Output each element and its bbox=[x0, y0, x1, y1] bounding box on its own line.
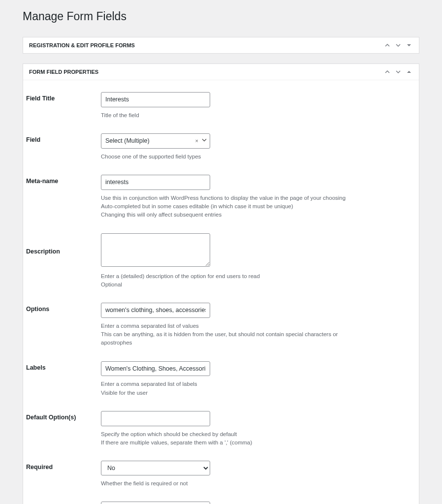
help-labels: Enter a comma separated list of labels V… bbox=[101, 380, 357, 397]
row-field: Field × Choose one of the supported fiel… bbox=[23, 133, 413, 161]
select-overwrite[interactable]: No bbox=[101, 502, 210, 504]
panel-header-properties[interactable]: Form Field Properties bbox=[23, 64, 419, 80]
row-overwrite: Overwrite Existing No Selecting 'Yes' wi… bbox=[23, 502, 413, 504]
row-required: Required No Whether the field is require… bbox=[23, 461, 413, 488]
clear-icon[interactable]: × bbox=[195, 138, 198, 144]
label-labels: Labels bbox=[23, 361, 101, 371]
label-default-options: Default Option(s) bbox=[23, 411, 101, 421]
panel-body: Field Title Title of the field Field × C… bbox=[23, 80, 419, 504]
help-description: Enter a (detailed) description of the op… bbox=[101, 272, 357, 289]
label-field: Field bbox=[23, 133, 101, 143]
caret-down-icon[interactable] bbox=[405, 41, 413, 49]
panel-header-registration[interactable]: Registration & Edit Profile Forms bbox=[23, 37, 419, 53]
panel-registration: Registration & Edit Profile Forms bbox=[23, 37, 419, 54]
label-required: Required bbox=[23, 461, 101, 471]
help-meta-name: Use this in conjunction with WordPress f… bbox=[101, 194, 357, 220]
panel-properties: Form Field Properties Field Title Title … bbox=[23, 63, 419, 504]
help-options: Enter a comma separated list of values T… bbox=[101, 322, 357, 347]
label-description: Description bbox=[23, 233, 101, 255]
help-required: Whether the field is required or not bbox=[101, 479, 357, 488]
page-title: Manage Form Fields bbox=[23, 10, 419, 23]
select-required[interactable]: No bbox=[101, 461, 210, 475]
select-field-type[interactable] bbox=[101, 133, 210, 149]
row-options: Options Enter a comma separated list of … bbox=[23, 303, 413, 347]
label-overwrite: Overwrite Existing bbox=[23, 502, 101, 504]
panel-title-registration: Registration & Edit Profile Forms bbox=[29, 42, 135, 48]
chevron-down-icon[interactable] bbox=[394, 41, 402, 49]
help-field-title: Title of the field bbox=[101, 111, 357, 120]
label-options: Options bbox=[23, 303, 101, 313]
row-labels: Labels Enter a comma separated list of l… bbox=[23, 361, 413, 397]
help-field: Choose one of the supported field types bbox=[101, 153, 357, 161]
caret-up-icon[interactable] bbox=[405, 68, 413, 76]
help-default-options: Specify the option which should be check… bbox=[101, 430, 357, 447]
row-meta-name: Meta-name Use this in conjunction with W… bbox=[23, 175, 413, 220]
row-default-options: Default Option(s) Specify the option whi… bbox=[23, 411, 413, 447]
chevron-up-icon[interactable] bbox=[383, 41, 391, 49]
input-options[interactable] bbox=[101, 303, 210, 318]
input-field-title[interactable] bbox=[101, 92, 210, 107]
label-field-title: Field Title bbox=[23, 92, 101, 102]
row-description: Description Enter a (detailed) descripti… bbox=[23, 233, 413, 289]
chevron-up-icon[interactable] bbox=[383, 68, 391, 76]
row-field-title: Field Title Title of the field bbox=[23, 92, 413, 120]
input-labels[interactable] bbox=[101, 361, 210, 377]
input-default-options[interactable] bbox=[101, 411, 210, 426]
label-meta-name: Meta-name bbox=[23, 175, 101, 185]
panel-title-properties: Form Field Properties bbox=[29, 69, 98, 75]
textarea-description[interactable] bbox=[101, 233, 210, 267]
chevron-down-icon[interactable] bbox=[394, 68, 402, 76]
input-meta-name[interactable] bbox=[101, 175, 210, 190]
